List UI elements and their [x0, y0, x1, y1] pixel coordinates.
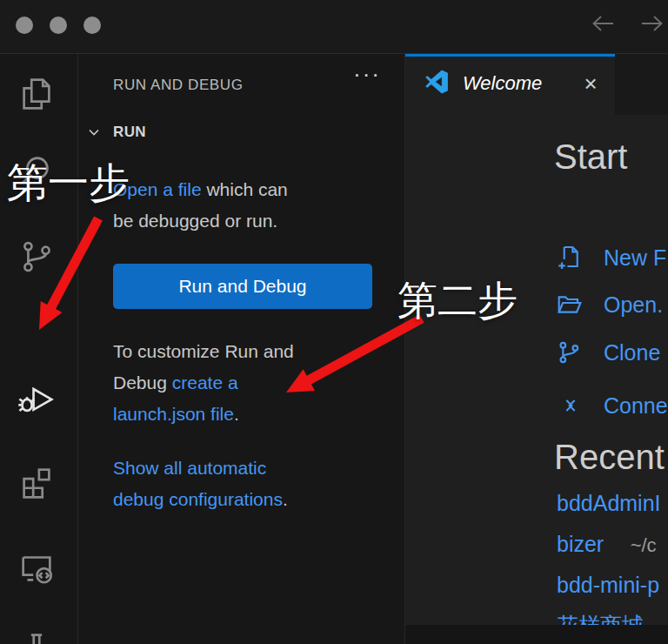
panel-title: RUN AND DEBUG — [113, 77, 244, 94]
close-window-button[interactable] — [16, 17, 33, 34]
sidebar-item-testing[interactable] — [17, 629, 57, 644]
recent-path: ~/c — [631, 534, 657, 556]
chevron-down-icon — [85, 124, 103, 141]
editor-bottom-strip — [405, 625, 668, 644]
recent-link[interactable]: bddAdminI — [557, 491, 661, 516]
run-and-debug-panel: RUN AND DEBUG ··· RUN Open a file which … — [78, 54, 405, 644]
tab-welcome[interactable]: Welcome × — [405, 54, 615, 115]
start-new-file[interactable]: New F — [555, 244, 666, 272]
start-connect-to[interactable]: Conne — [555, 392, 668, 419]
open-file-text[interactable]: Open a file which can be debugged or run… — [113, 174, 384, 237]
title-bar — [0, 0, 668, 54]
sidebar-item-remote-explorer[interactable] — [17, 547, 57, 587]
recent-row: bddAdminI — [557, 491, 661, 516]
start-open-folder[interactable]: Open. — [555, 291, 663, 319]
recent-link[interactable]: bizer — [557, 532, 604, 557]
navigate-forward-icon[interactable] — [639, 11, 665, 36]
customize-launch-json-text[interactable]: To customize Run and Debug create a laun… — [113, 336, 384, 430]
start-item-label: Open. — [604, 292, 663, 318]
run-section-header[interactable]: RUN — [85, 122, 146, 143]
show-all-configurations-link[interactable]: Show all automatic debug configurations. — [113, 453, 384, 515]
new-file-icon — [555, 244, 583, 272]
minimize-window-button[interactable] — [50, 17, 67, 34]
tab-bar: Welcome × — [405, 54, 668, 115]
sidebar-item-search[interactable] — [17, 152, 57, 192]
sidebar-item-explorer[interactable] — [17, 74, 57, 114]
more-actions-icon[interactable]: ··· — [346, 61, 388, 88]
remote-connect-icon — [555, 392, 583, 419]
run-and-debug-icon — [17, 378, 57, 418]
start-clone-repo[interactable]: Clone — [555, 339, 660, 366]
source-control-icon — [17, 237, 57, 277]
start-item-label: Clone — [604, 340, 660, 366]
run-and-debug-button[interactable]: Run and Debug — [113, 264, 372, 309]
editor-group: Welcome × Start New F Open. Cl — [405, 54, 668, 644]
start-item-label: New F — [604, 245, 666, 271]
remote-explorer-icon — [17, 547, 57, 587]
recent-link[interactable]: bdd-mini-p — [557, 573, 659, 598]
vscode-window: RUN AND DEBUG ··· RUN Open a file which … — [0, 0, 668, 644]
clone-repo-icon — [555, 339, 583, 366]
sidebar-item-extensions[interactable] — [17, 463, 57, 503]
start-heading: Start — [554, 138, 627, 177]
explorer-icon — [17, 74, 57, 114]
recent-heading: Recent — [554, 438, 665, 477]
start-item-label: Conne — [604, 393, 668, 419]
recent-row: bdd-mini-p — [557, 573, 659, 598]
navigate-back-icon[interactable] — [590, 11, 616, 36]
recent-row: bizer ~/c — [557, 532, 657, 557]
testing-icon — [17, 629, 57, 644]
sidebar-item-source-control[interactable] — [17, 237, 57, 277]
run-section-label: RUN — [113, 124, 146, 141]
activity-bar — [0, 54, 78, 644]
close-tab-icon[interactable]: × — [576, 67, 605, 100]
zoom-window-button[interactable] — [84, 17, 101, 34]
open-folder-icon — [555, 291, 583, 319]
tab-label: Welcome — [463, 72, 542, 95]
vscode-logo-icon — [424, 70, 449, 94]
sidebar-item-run-and-debug[interactable] — [17, 378, 57, 418]
search-icon — [17, 152, 57, 192]
extensions-icon — [17, 463, 57, 503]
